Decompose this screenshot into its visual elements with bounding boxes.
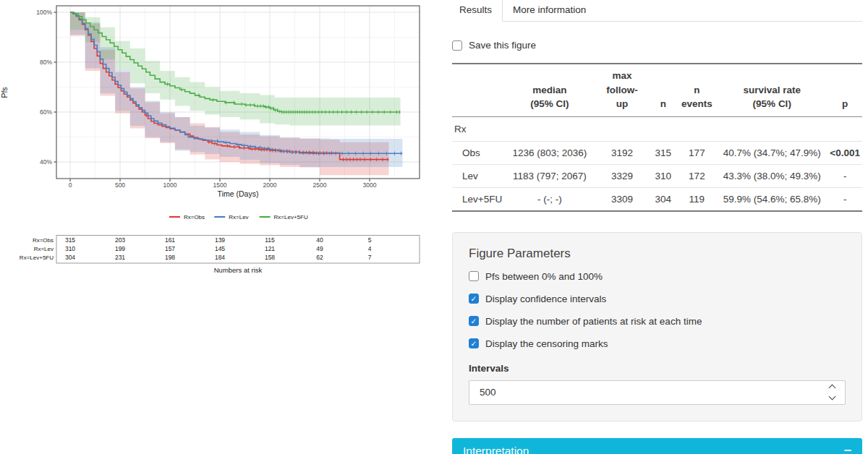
table-cell: 40.7% (34.7%; 47.9%) [716,141,827,164]
interpretation-panel: Interpretation − The survival rate is st… [452,438,862,454]
risk-value: 231 [115,254,125,261]
table-cell: 304 [649,187,677,211]
column-header-max_followup: max follow-up [595,64,649,116]
risk-value: 49 [316,245,323,252]
checkbox-censoring-marks[interactable]: ✓ [469,338,479,348]
checkbox-patients-at-risk[interactable]: ✓ [469,316,479,326]
checkbox-row-confidence-intervals[interactable]: ✓Display confidence intervals [469,294,846,304]
figure-parameters-panel: Figure Parameters Pfs between 0% and 100… [452,232,862,421]
column-header-median: median(95% CI) [504,64,595,116]
intervals-spinner[interactable] [830,385,836,399]
save-figure-row[interactable]: Save this figure [452,40,862,51]
table-cell: 3329 [595,164,649,187]
column-header-p: p [827,64,862,116]
checkbox-row-censoring-marks[interactable]: ✓Display the censoring marks [469,338,846,349]
svg-text:3000: 3000 [363,181,377,189]
risk-table-caption: Numbers at risk [214,266,263,274]
table-cell: 119 [678,187,717,211]
group-label: Rx [452,116,862,141]
tab-results[interactable]: Results [452,0,503,22]
risk-value: 157 [165,245,175,252]
table-cell: Lev+5FU [452,187,504,211]
column-header-survival: survival rate(95% CI) [716,64,827,116]
table-row: Lev+5FU- (-; -)330930411959.9% (54.6%; 6… [452,187,862,211]
risk-value: 62 [316,254,323,261]
checkbox-row-patients-at-risk[interactable]: ✓Display the number of patients at risk … [469,316,846,327]
risk-value: 121 [265,245,275,252]
checkbox-pfs-range[interactable] [469,271,479,281]
risk-value: 198 [165,254,175,261]
intervals-label: Intervals [469,363,846,374]
risk-row-label: Rx=Lev [34,246,54,252]
table-cell: 172 [678,164,717,187]
risk-row-label: Rx=Obs [33,237,54,244]
risk-value: 40 [316,236,323,244]
y-axis-label: Pfs [0,87,9,98]
svg-text:Rx=Lev+5FU: Rx=Lev+5FU [274,214,308,220]
svg-text:Rx=Lev: Rx=Lev [229,214,248,220]
column-header-n: n [649,64,677,116]
table-cell: 3309 [595,187,649,211]
figure-output: 050010001500200025003000Time (Days)40%60… [0,0,434,282]
risk-value: 199 [115,245,125,252]
table-cell: 59.9% (54.6%; 65.8%) [716,187,827,211]
table-cell: - (-; -) [504,187,595,211]
risk-value: 139 [215,236,225,244]
interpretation-header[interactable]: Interpretation − [452,438,862,454]
tab-bar: Results More information [452,0,862,22]
svg-text:60%: 60% [40,108,52,116]
risk-value: 7 [368,254,372,261]
interpretation-title: Interpretation [463,445,529,454]
risk-value: 5 [368,236,372,244]
table-cell: 1183 (797; 2067) [504,164,595,187]
svg-text:100%: 100% [36,9,52,16]
results-table: median(95% CI)max follow-upnneventssurvi… [452,63,862,212]
table-cell: Lev [452,164,504,187]
risk-value: 315 [65,236,75,244]
table-cell: 315 [649,141,677,164]
risk-value: 161 [165,236,175,244]
column-header-label [452,64,504,116]
table-group-row: Rx [452,116,862,141]
save-figure-checkbox[interactable] [452,40,462,51]
column-header-events: nevents [678,64,717,116]
risk-value: 184 [215,254,225,261]
intervals-input-wrap [469,380,846,405]
risk-value: 203 [115,236,125,244]
checkbox-confidence-intervals[interactable]: ✓ [469,294,479,304]
tab-more-information[interactable]: More information [503,0,596,21]
intervals-input[interactable] [478,386,767,398]
svg-text:1000: 1000 [163,181,177,189]
legend: Rx=ObsRx=LevRx=Lev+5FU [169,214,308,220]
spinner-up-icon[interactable] [829,385,836,392]
svg-text:1500: 1500 [213,181,227,189]
svg-text:40%: 40% [40,158,52,166]
table-cell: 3192 [595,141,649,164]
spinner-down-icon[interactable] [829,393,836,401]
x-axis-label: Time (Days) [218,189,259,198]
table-row: Obs1236 (803; 2036)319231517740.7% (34.7… [452,141,862,164]
collapse-minus-icon[interactable]: − [843,445,851,454]
risk-value: 115 [265,236,275,244]
svg-text:2500: 2500 [313,181,327,189]
table-row: Lev1183 (797; 2067)332931017243.3% (38.0… [452,164,862,187]
checkbox-label: Display the censoring marks [485,338,608,349]
risk-value: 304 [65,254,75,261]
risk-row-label: Rx=Lev+5FU [20,254,54,261]
checkbox-row-pfs-range[interactable]: Pfs between 0% and 100% [469,271,846,282]
save-figure-label: Save this figure [469,40,536,51]
table-cell: Obs [452,141,504,164]
checkbox-label: Display confidence intervals [485,294,606,304]
checkbox-label: Pfs between 0% and 100% [485,271,603,282]
table-cell: 1236 (803; 2036) [504,141,595,164]
figure-parameters-title: Figure Parameters [469,247,846,261]
risk-value: 4 [368,245,372,252]
table-cell: 310 [649,164,677,187]
table-cell: 177 [678,141,717,164]
table-cell: <0.001 [827,141,862,164]
risk-value: 145 [215,245,225,252]
svg-text:80%: 80% [40,59,52,66]
kaplan-meier-plot: 050010001500200025003000Time (Days)40%60… [0,0,434,282]
results-panel: Results More information Save this figur… [452,0,862,454]
table-cell: - [827,187,862,211]
